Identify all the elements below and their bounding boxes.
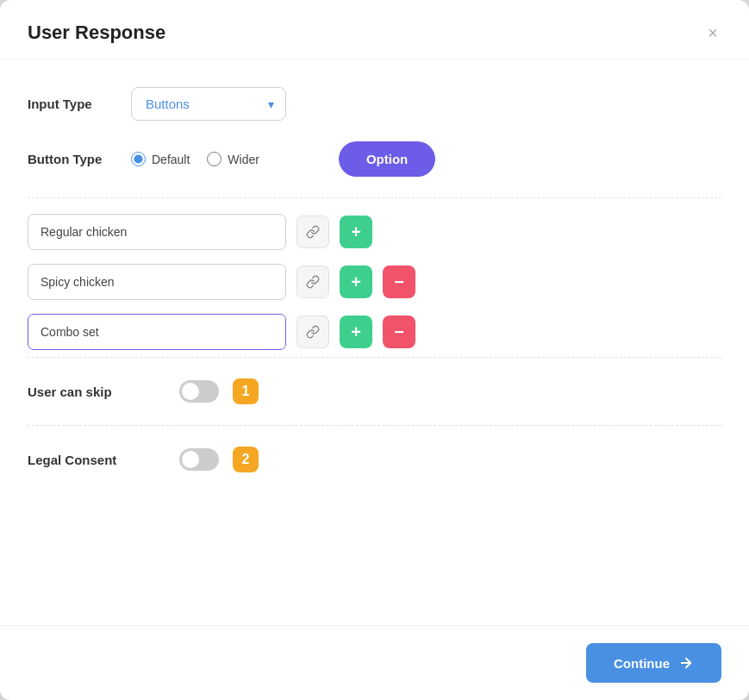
add-button-3[interactable]: + (340, 316, 372, 348)
legal-consent-row: Legal Consent 2 (28, 425, 721, 493)
radio-wider-label: Wider (228, 153, 259, 166)
modal-container: User Response × Input Type Buttons Dropd… (0, 0, 749, 700)
modal-body: Input Type Buttons Dropdown Text ▾ Butto… (0, 59, 749, 625)
input-type-select-wrapper: Buttons Dropdown Text ▾ (131, 87, 286, 121)
option-row-1: + (28, 214, 721, 250)
radio-default-label: Default (152, 153, 190, 166)
link-icon-3[interactable] (296, 316, 329, 348)
link-icon-2[interactable] (296, 266, 329, 298)
option-row-2: + − (28, 264, 721, 300)
radio-group: Default Wider (131, 152, 259, 166)
user-can-skip-label: User can skip (28, 384, 165, 399)
button-type-label: Button Type (28, 152, 131, 166)
radio-default-input[interactable] (131, 152, 146, 166)
toggle-slider-1 (179, 380, 219, 403)
radio-default[interactable]: Default (131, 152, 190, 166)
options-list: + + − + − (28, 214, 721, 350)
user-can-skip-badge: 1 (233, 378, 259, 404)
user-can-skip-toggle[interactable] (179, 380, 219, 403)
input-type-select[interactable]: Buttons Dropdown Text (131, 87, 286, 121)
legal-consent-badge: 2 (233, 447, 259, 472)
continue-button[interactable]: Continue (586, 643, 721, 683)
add-button-1[interactable]: + (340, 216, 372, 248)
close-button[interactable]: × (704, 21, 721, 45)
legal-consent-label: Legal Consent (28, 453, 165, 467)
radio-wider-input[interactable] (207, 152, 222, 166)
modal-header: User Response × (0, 0, 749, 59)
option-input-1[interactable] (28, 214, 286, 250)
user-can-skip-row: User can skip 1 (28, 357, 721, 425)
option-input-2[interactable] (28, 264, 286, 300)
button-type-row: Button Type Default Wider Option (28, 141, 721, 177)
divider-1 (28, 197, 721, 198)
legal-consent-toggle[interactable] (179, 448, 219, 471)
input-type-row: Input Type Buttons Dropdown Text ▾ (28, 87, 721, 121)
remove-button-2[interactable]: − (383, 266, 415, 298)
remove-button-3[interactable]: − (383, 316, 415, 348)
option-button[interactable]: Option (339, 141, 435, 177)
add-button-2[interactable]: + (340, 266, 372, 298)
modal-footer: Continue (0, 625, 749, 700)
arrow-right-icon (678, 655, 694, 671)
option-input-3[interactable] (28, 314, 286, 350)
input-type-label: Input Type (28, 97, 131, 111)
toggle-slider-2 (179, 448, 219, 471)
radio-wider[interactable]: Wider (207, 152, 259, 166)
modal-title: User Response (28, 22, 165, 44)
option-row-3: + − (28, 314, 721, 350)
button-type-options: Default Wider Option (131, 141, 435, 177)
link-icon-1[interactable] (296, 216, 329, 248)
continue-label: Continue (614, 656, 670, 671)
